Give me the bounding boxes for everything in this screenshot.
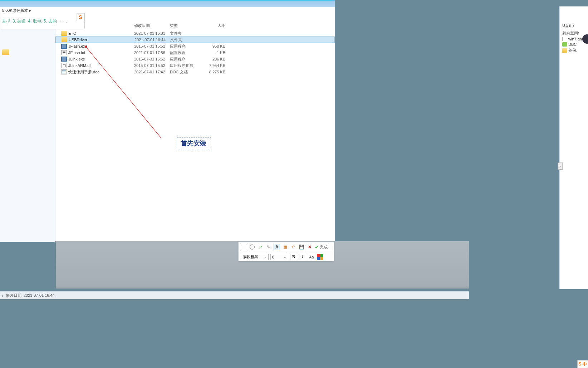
drive-item-label: 备份, (568, 48, 577, 53)
color-picker[interactable] (317, 254, 323, 260)
status-date-label: 修改日期: (6, 293, 23, 298)
drive-item-label: win7.gho (568, 37, 584, 41)
file-type: 应用程序 (170, 57, 206, 62)
ime-candidate-bar[interactable]: 去掉3. 渠道4. 取电5. 去的 ‹ › ⌄ S (0, 13, 85, 29)
dll-icon (61, 63, 67, 68)
nav-pane[interactable] (0, 14, 55, 242)
sogou-icon[interactable]: S (77, 13, 84, 21)
drive-item-label: DBC (568, 42, 577, 47)
file-type: 应用程序 (170, 44, 206, 49)
file-name: JFlash.ini (68, 50, 85, 55)
exe-icon (61, 57, 67, 62)
file-row[interactable]: JLink.exe2015-07-31 15:52应用程序206 KB (55, 56, 335, 62)
annotation-text-box[interactable]: 首先安装 (177, 137, 211, 149)
file-size: 7,954 KB (206, 63, 229, 68)
tool-undo[interactable]: ↶ (290, 244, 297, 250)
annotation-text: 首先安装 (181, 139, 206, 147)
status-bar: r 修改日期: 2021-07-01 16:44 (0, 291, 469, 299)
file-row[interactable]: 快速使用手册.doc2021-07-01 17:42DOC 文档8,275 KB (55, 69, 335, 75)
doc-icon (61, 69, 67, 74)
file-date: 2015-07-31 15:52 (134, 57, 170, 61)
font-select[interactable]: 微软雅黑⌄ (241, 254, 269, 260)
chevron-down-icon: ⌄ (264, 255, 267, 259)
exe-icon (61, 44, 67, 49)
bold-button[interactable]: B (290, 254, 297, 260)
tool-save[interactable]: 💾 (298, 244, 305, 250)
file-date: 2015-07-31 15:52 (134, 44, 170, 48)
file-date: 2021-07-01 17:42 (134, 70, 170, 74)
col-type[interactable]: 类型 (170, 23, 206, 28)
file-type: 应用程序扩展 (170, 63, 206, 68)
ime-candidate[interactable]: 去掉 (2, 19, 10, 24)
file-size: 950 KB (206, 44, 229, 48)
file-name: JFlash.exe (68, 44, 87, 48)
file-date: 2021-07-01 16:44 (134, 38, 170, 42)
file-row[interactable]: JFlash.exe2015-07-31 15:52应用程序950 KB (55, 43, 335, 49)
pane-toggle[interactable]: › (558, 163, 563, 170)
status-date: 2021-07-01 16:44 (24, 293, 55, 297)
col-size[interactable]: 大小 (206, 23, 229, 28)
case-button[interactable]: Aa (308, 254, 315, 260)
file-type: 文件夹 (170, 31, 206, 36)
tool-text[interactable]: A (274, 244, 280, 250)
file-row[interactable]: ETC2021-07-01 15:31文件夹 (55, 30, 335, 37)
gho-icon (562, 37, 567, 41)
ime-candidate[interactable]: 4. 取电 (28, 19, 41, 24)
text-caret (207, 140, 207, 147)
file-name: JLink.exe (68, 57, 85, 61)
dbc-icon (562, 42, 567, 47)
folder-icon (61, 31, 67, 36)
file-name: USBDriver (69, 38, 87, 42)
file-size: 8,275 KB (206, 70, 229, 74)
drive-item[interactable]: 备份, (560, 47, 588, 53)
file-size: 1 KB (206, 50, 229, 55)
tool-oval[interactable] (249, 244, 255, 250)
col-date[interactable]: 修改日期 (134, 23, 170, 28)
file-name: 快速使用手册.doc (68, 69, 99, 75)
file-size: 206 KB (206, 57, 229, 61)
ime-float-indicator[interactable]: S 中 (577, 360, 588, 368)
tool-blur[interactable]: ▦ (282, 244, 288, 250)
file-type: DOC 文档 (170, 69, 206, 75)
ime-next-icon[interactable]: › (62, 19, 63, 23)
address-path: 5.00K绿色版本 ▸ (2, 8, 31, 13)
file-row[interactable]: JLinkARM.dll2015-07-31 15:52应用程序扩展7,954 … (55, 62, 335, 69)
folder-icon (62, 37, 67, 42)
file-date: 2021-07-01 15:31 (134, 31, 170, 35)
tool-cancel[interactable]: ✕ (307, 244, 313, 250)
window-title-bar[interactable] (0, 1, 335, 7)
tool-arrow[interactable]: ↗ (257, 244, 264, 250)
italic-button[interactable]: I (299, 254, 306, 260)
file-list-area: 名称 修改日期 类型 大小 ETC2021-07-01 15:31文件夹USBD… (55, 14, 335, 241)
tool-brush[interactable]: ✎ (265, 244, 272, 250)
file-name: JLinkARM.dll (68, 63, 91, 68)
preview-pane: U盘(I:) 剩余空间: win7.ghoDBC备份, › (560, 6, 588, 289)
ime-candidate[interactable]: 5. 去的 (44, 19, 57, 24)
file-type: 配置设置 (170, 50, 206, 55)
file-row[interactable]: JFlash.ini2021-07-01 17:56配置设置1 KB (55, 49, 335, 56)
status-selected: r (2, 293, 4, 297)
file-name: ETC (68, 31, 76, 35)
chevron-down-icon: ⌄ (284, 255, 286, 259)
ime-prev-icon[interactable]: ‹ (60, 19, 61, 23)
drive-title: U盘(I:) (560, 6, 588, 28)
column-headers[interactable]: 名称 修改日期 类型 大小 (55, 14, 335, 30)
bak-icon (562, 48, 567, 53)
file-date: 2015-07-31 15:52 (134, 63, 170, 68)
ime-more-icon[interactable]: ⌄ (65, 19, 68, 23)
explorer-window: 5.00K绿色版本 ▸ 名称 修改日期 类型 大小 ETC2021-07-01 … (0, 0, 335, 241)
file-row[interactable]: USBDriver2021-07-01 16:44文件夹 (55, 37, 335, 43)
drive-free-label: 剩余空间: (560, 28, 588, 36)
check-icon: ✔ (315, 244, 319, 250)
tool-done[interactable]: ✔完成 (315, 244, 328, 250)
ini-icon (61, 50, 67, 55)
screenshot-toolbar: ↗ ✎ A ▦ ↶ 💾 ✕ ✔完成 微软雅黑⌄ 8⌄ B I Aa (238, 242, 334, 261)
font-size-select[interactable]: 8⌄ (270, 254, 288, 260)
file-date: 2021-07-01 17:56 (134, 50, 170, 55)
tool-rect[interactable] (241, 244, 247, 250)
ime-candidate[interactable]: 3. 渠道 (13, 19, 26, 24)
file-type: 文件夹 (170, 37, 206, 43)
